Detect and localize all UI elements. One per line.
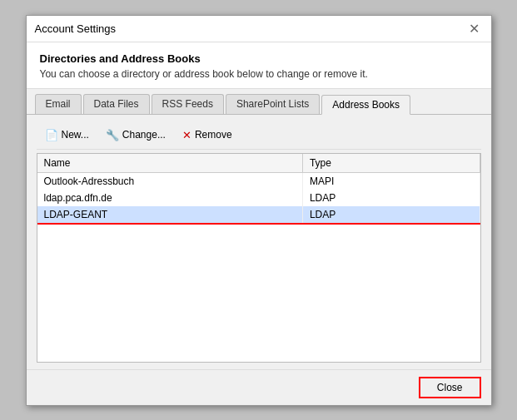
change-button[interactable]: 🔧 Change...	[99, 126, 172, 144]
remove-button[interactable]: ✕ Remove	[176, 126, 239, 144]
tab-data-files[interactable]: Data Files	[83, 94, 150, 114]
tabs-row: Email Data Files RSS Feeds SharePoint Li…	[27, 89, 491, 115]
new-button-label: New...	[62, 129, 89, 141]
toolbar: 📄 New... 🔧 Change... ✕ Remove	[37, 121, 481, 150]
col-header-type: Type	[302, 154, 480, 173]
content-area: 📄 New... 🔧 Change... ✕ Remove Name Type	[27, 115, 491, 369]
dialog-title: Account Settings	[35, 22, 117, 35]
new-icon: 📄	[45, 129, 58, 141]
new-button[interactable]: 📄 New...	[38, 126, 96, 144]
change-button-label: Change...	[122, 129, 166, 141]
remove-icon: ✕	[182, 129, 191, 141]
close-dialog-button[interactable]: Close	[419, 377, 481, 398]
header-title: Directories and Address Books	[40, 52, 478, 65]
tab-address-books[interactable]: Address Books	[321, 95, 410, 115]
change-icon: 🔧	[106, 129, 119, 141]
remove-button-label: Remove	[195, 129, 232, 141]
footer: Close	[27, 369, 491, 405]
address-books-table: Name Type Outlook-Adressbuch MAPI ldap.p…	[37, 153, 481, 363]
tab-sharepoint-lists[interactable]: SharePoint Lists	[226, 94, 320, 114]
title-bar: Account Settings ✕	[27, 16, 491, 42]
tab-rss-feeds[interactable]: RSS Feeds	[152, 94, 224, 114]
row-type: LDAP	[302, 190, 480, 206]
row-name: LDAP-GEANT	[37, 206, 303, 224]
account-settings-dialog: Account Settings ✕ Directories and Addre…	[26, 15, 492, 406]
tab-email[interactable]: Email	[35, 94, 82, 114]
table-row-selected[interactable]: LDAP-GEANT LDAP	[37, 206, 480, 224]
table-row[interactable]: ldap.pca.dfn.de LDAP	[37, 190, 480, 206]
row-name: ldap.pca.dfn.de	[37, 190, 303, 206]
table-row[interactable]: Outlook-Adressbuch MAPI	[37, 172, 480, 190]
header-section: Directories and Address Books You can ch…	[27, 42, 491, 89]
row-name: Outlook-Adressbuch	[37, 172, 303, 190]
col-header-name: Name	[37, 154, 303, 173]
header-subtitle: You can choose a directory or address bo…	[40, 68, 478, 80]
row-type: LDAP	[302, 206, 480, 224]
row-type: MAPI	[302, 172, 480, 190]
title-close-button[interactable]: ✕	[466, 20, 483, 37]
